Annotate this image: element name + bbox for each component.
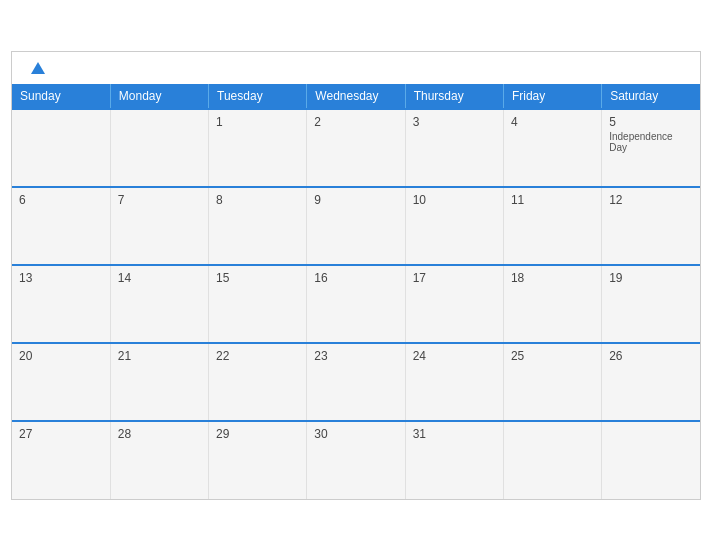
day-number: 26	[609, 349, 693, 363]
day-number: 13	[19, 271, 103, 285]
day-number: 4	[511, 115, 594, 129]
calendar-cell: 27	[12, 421, 110, 499]
calendar-cell: 12	[602, 187, 700, 265]
calendar-cell: 29	[209, 421, 307, 499]
event-label: Independence Day	[609, 131, 693, 153]
calendar-cell: 3	[405, 109, 503, 187]
calendar-cell	[110, 109, 208, 187]
day-number: 10	[413, 193, 496, 207]
weekday-header-row: SundayMondayTuesdayWednesdayThursdayFrid…	[12, 84, 700, 109]
day-number: 2	[314, 115, 397, 129]
calendar-cell: 2	[307, 109, 405, 187]
calendar-cell: 5Independence Day	[602, 109, 700, 187]
week-row-2: 6789101112	[12, 187, 700, 265]
calendar-cell: 14	[110, 265, 208, 343]
calendar-cell	[503, 421, 601, 499]
day-number: 21	[118, 349, 201, 363]
calendar-cell: 30	[307, 421, 405, 499]
weekday-header-sunday: Sunday	[12, 84, 110, 109]
calendar-cell: 26	[602, 343, 700, 421]
calendar-cell	[12, 109, 110, 187]
week-row-4: 20212223242526	[12, 343, 700, 421]
day-number: 5	[609, 115, 693, 129]
day-number: 8	[216, 193, 299, 207]
day-number: 6	[19, 193, 103, 207]
day-number: 17	[413, 271, 496, 285]
calendar: SundayMondayTuesdayWednesdayThursdayFrid…	[11, 51, 701, 500]
weekday-header-wednesday: Wednesday	[307, 84, 405, 109]
calendar-cell: 20	[12, 343, 110, 421]
calendar-cell: 23	[307, 343, 405, 421]
day-number: 22	[216, 349, 299, 363]
day-number: 29	[216, 427, 299, 441]
calendar-cell: 10	[405, 187, 503, 265]
calendar-header	[12, 52, 700, 84]
day-number: 14	[118, 271, 201, 285]
day-number: 20	[19, 349, 103, 363]
week-row-5: 2728293031	[12, 421, 700, 499]
day-number: 15	[216, 271, 299, 285]
calendar-cell: 24	[405, 343, 503, 421]
weekday-header-saturday: Saturday	[602, 84, 700, 109]
day-number: 9	[314, 193, 397, 207]
calendar-cell: 7	[110, 187, 208, 265]
calendar-cell: 6	[12, 187, 110, 265]
calendar-cell: 19	[602, 265, 700, 343]
day-number: 28	[118, 427, 201, 441]
calendar-cell: 28	[110, 421, 208, 499]
calendar-cell: 8	[209, 187, 307, 265]
week-row-3: 13141516171819	[12, 265, 700, 343]
calendar-cell: 13	[12, 265, 110, 343]
calendar-cell: 21	[110, 343, 208, 421]
day-number: 3	[413, 115, 496, 129]
day-number: 27	[19, 427, 103, 441]
logo-triangle-icon	[31, 62, 45, 74]
weekday-header-friday: Friday	[503, 84, 601, 109]
week-row-1: 12345Independence Day	[12, 109, 700, 187]
day-number: 12	[609, 193, 693, 207]
logo	[28, 62, 45, 76]
weekday-header-thursday: Thursday	[405, 84, 503, 109]
calendar-cell: 9	[307, 187, 405, 265]
day-number: 18	[511, 271, 594, 285]
calendar-cell: 1	[209, 109, 307, 187]
calendar-cell: 16	[307, 265, 405, 343]
day-number: 25	[511, 349, 594, 363]
calendar-cell: 15	[209, 265, 307, 343]
calendar-cell: 18	[503, 265, 601, 343]
calendar-cell: 4	[503, 109, 601, 187]
day-number: 23	[314, 349, 397, 363]
day-number: 31	[413, 427, 496, 441]
day-number: 30	[314, 427, 397, 441]
day-number: 19	[609, 271, 693, 285]
weekday-header-tuesday: Tuesday	[209, 84, 307, 109]
day-number: 1	[216, 115, 299, 129]
calendar-cell: 31	[405, 421, 503, 499]
day-number: 7	[118, 193, 201, 207]
calendar-cell: 11	[503, 187, 601, 265]
weekday-header-monday: Monday	[110, 84, 208, 109]
calendar-table: SundayMondayTuesdayWednesdayThursdayFrid…	[12, 84, 700, 499]
day-number: 24	[413, 349, 496, 363]
calendar-cell: 25	[503, 343, 601, 421]
day-number: 11	[511, 193, 594, 207]
calendar-cell: 22	[209, 343, 307, 421]
calendar-cell	[602, 421, 700, 499]
day-number: 16	[314, 271, 397, 285]
calendar-cell: 17	[405, 265, 503, 343]
